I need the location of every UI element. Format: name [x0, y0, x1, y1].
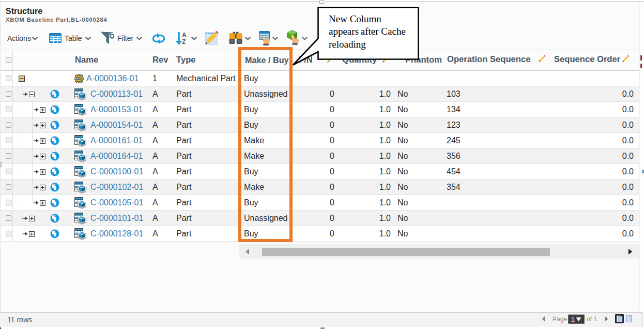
svg-text:Z: Z	[182, 38, 186, 46]
svg-text:A: A	[182, 32, 187, 39]
